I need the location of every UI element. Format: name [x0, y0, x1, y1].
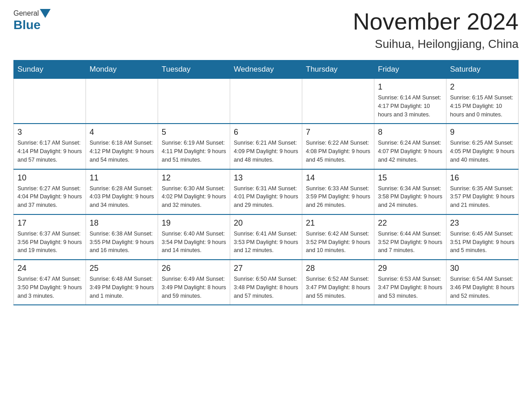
- logo-triangle-icon: [40, 9, 51, 18]
- weekday-header-thursday: Thursday: [302, 60, 374, 79]
- weekday-header-tuesday: Tuesday: [158, 60, 230, 79]
- day-number: 29: [378, 264, 442, 273]
- day-info: Sunrise: 6:17 AM Sunset: 4:14 PM Dayligh…: [17, 139, 82, 164]
- day-info: Sunrise: 6:33 AM Sunset: 3:59 PM Dayligh…: [306, 184, 370, 210]
- calendar-cell: 8Sunrise: 6:24 AM Sunset: 4:07 PM Daylig…: [374, 124, 446, 169]
- page-header: General Blue November 2024 Suihua, Heilo…: [13, 9, 519, 51]
- day-number: 27: [234, 264, 298, 273]
- week-row-4: 17Sunrise: 6:37 AM Sunset: 3:56 PM Dayli…: [14, 214, 519, 260]
- calendar-cell: 25Sunrise: 6:48 AM Sunset: 3:49 PM Dayli…: [86, 260, 158, 305]
- calendar-cell: 10Sunrise: 6:27 AM Sunset: 4:04 PM Dayli…: [14, 169, 86, 214]
- calendar-table: SundayMondayTuesdayWednesdayThursdayFrid…: [13, 60, 519, 305]
- calendar-cell: 9Sunrise: 6:25 AM Sunset: 4:05 PM Daylig…: [446, 124, 519, 169]
- calendar-cell: 2Sunrise: 6:15 AM Sunset: 4:15 PM Daylig…: [446, 79, 519, 124]
- day-number: 17: [17, 218, 82, 228]
- weekday-header-wednesday: Wednesday: [230, 60, 302, 79]
- day-info: Sunrise: 6:22 AM Sunset: 4:08 PM Dayligh…: [306, 139, 370, 164]
- calendar-cell: 17Sunrise: 6:37 AM Sunset: 3:56 PM Dayli…: [14, 214, 86, 260]
- day-info: Sunrise: 6:27 AM Sunset: 4:04 PM Dayligh…: [17, 184, 82, 210]
- day-number: 15: [378, 173, 442, 183]
- day-info: Sunrise: 6:45 AM Sunset: 3:51 PM Dayligh…: [450, 230, 515, 255]
- calendar-cell: 6Sunrise: 6:21 AM Sunset: 4:09 PM Daylig…: [230, 124, 302, 169]
- day-number: 3: [17, 128, 82, 137]
- calendar-cell: 28Sunrise: 6:52 AM Sunset: 3:47 PM Dayli…: [302, 260, 374, 305]
- day-info: Sunrise: 6:24 AM Sunset: 4:07 PM Dayligh…: [378, 139, 442, 164]
- calendar-cell: 23Sunrise: 6:45 AM Sunset: 3:51 PM Dayli…: [446, 214, 519, 260]
- weekday-header-sunday: Sunday: [14, 60, 86, 79]
- day-number: 26: [162, 264, 226, 273]
- day-number: 9: [450, 128, 515, 137]
- logo: General Blue: [13, 9, 51, 32]
- calendar-cell: [230, 79, 302, 124]
- day-number: 30: [450, 264, 515, 273]
- day-info: Sunrise: 6:19 AM Sunset: 4:11 PM Dayligh…: [162, 139, 226, 164]
- calendar-cell: 29Sunrise: 6:53 AM Sunset: 3:47 PM Dayli…: [374, 260, 446, 305]
- calendar-cell: 4Sunrise: 6:18 AM Sunset: 4:12 PM Daylig…: [86, 124, 158, 169]
- title-area: November 2024 Suihua, Heilongjiang, Chin…: [353, 9, 519, 51]
- day-info: Sunrise: 6:21 AM Sunset: 4:09 PM Dayligh…: [234, 139, 298, 164]
- calendar-cell: 14Sunrise: 6:33 AM Sunset: 3:59 PM Dayli…: [302, 169, 374, 214]
- week-row-5: 24Sunrise: 6:47 AM Sunset: 3:50 PM Dayli…: [14, 260, 519, 305]
- location-title: Suihua, Heilongjiang, China: [353, 37, 519, 51]
- week-row-1: 1Sunrise: 6:14 AM Sunset: 4:17 PM Daylig…: [14, 79, 519, 124]
- day-info: Sunrise: 6:44 AM Sunset: 3:52 PM Dayligh…: [378, 230, 442, 255]
- weekday-header-saturday: Saturday: [446, 60, 519, 79]
- calendar-cell: 27Sunrise: 6:50 AM Sunset: 3:48 PM Dayli…: [230, 260, 302, 305]
- day-info: Sunrise: 6:37 AM Sunset: 3:56 PM Dayligh…: [17, 230, 82, 255]
- calendar-cell: 26Sunrise: 6:49 AM Sunset: 3:49 PM Dayli…: [158, 260, 230, 305]
- calendar-cell: 5Sunrise: 6:19 AM Sunset: 4:11 PM Daylig…: [158, 124, 230, 169]
- day-number: 10: [17, 173, 82, 183]
- calendar-header: SundayMondayTuesdayWednesdayThursdayFrid…: [14, 60, 519, 79]
- calendar-cell: 22Sunrise: 6:44 AM Sunset: 3:52 PM Dayli…: [374, 214, 446, 260]
- day-info: Sunrise: 6:34 AM Sunset: 3:58 PM Dayligh…: [378, 184, 442, 210]
- calendar-cell: 16Sunrise: 6:35 AM Sunset: 3:57 PM Dayli…: [446, 169, 519, 214]
- day-number: 19: [162, 218, 226, 228]
- calendar-cell: 15Sunrise: 6:34 AM Sunset: 3:58 PM Dayli…: [374, 169, 446, 214]
- day-number: 28: [306, 264, 370, 273]
- weekday-header-monday: Monday: [86, 60, 158, 79]
- day-number: 5: [162, 128, 226, 137]
- day-info: Sunrise: 6:41 AM Sunset: 3:53 PM Dayligh…: [234, 230, 298, 255]
- day-number: 14: [306, 173, 370, 183]
- calendar-cell: 3Sunrise: 6:17 AM Sunset: 4:14 PM Daylig…: [14, 124, 86, 169]
- calendar-cell: 21Sunrise: 6:42 AM Sunset: 3:52 PM Dayli…: [302, 214, 374, 260]
- calendar-cell: 7Sunrise: 6:22 AM Sunset: 4:08 PM Daylig…: [302, 124, 374, 169]
- calendar-cell: [86, 79, 158, 124]
- calendar-cell: 12Sunrise: 6:30 AM Sunset: 4:02 PM Dayli…: [158, 169, 230, 214]
- day-info: Sunrise: 6:52 AM Sunset: 3:47 PM Dayligh…: [306, 275, 370, 300]
- day-number: 8: [378, 128, 442, 137]
- day-number: 22: [378, 218, 442, 228]
- day-info: Sunrise: 6:31 AM Sunset: 4:01 PM Dayligh…: [234, 184, 298, 210]
- day-number: 18: [90, 218, 154, 228]
- calendar-cell: 24Sunrise: 6:47 AM Sunset: 3:50 PM Dayli…: [14, 260, 86, 305]
- calendar-cell: [14, 79, 86, 124]
- calendar-body: 1Sunrise: 6:14 AM Sunset: 4:17 PM Daylig…: [14, 79, 519, 305]
- week-row-3: 10Sunrise: 6:27 AM Sunset: 4:04 PM Dayli…: [14, 169, 519, 214]
- day-number: 6: [234, 128, 298, 137]
- day-number: 21: [306, 218, 370, 228]
- calendar-cell: 18Sunrise: 6:38 AM Sunset: 3:55 PM Dayli…: [86, 214, 158, 260]
- day-info: Sunrise: 6:40 AM Sunset: 3:54 PM Dayligh…: [162, 230, 226, 255]
- calendar-cell: 1Sunrise: 6:14 AM Sunset: 4:17 PM Daylig…: [374, 79, 446, 124]
- day-info: Sunrise: 6:47 AM Sunset: 3:50 PM Dayligh…: [17, 275, 82, 300]
- week-row-2: 3Sunrise: 6:17 AM Sunset: 4:14 PM Daylig…: [14, 124, 519, 169]
- day-number: 25: [90, 264, 154, 273]
- weekday-header-friday: Friday: [374, 60, 446, 79]
- day-info: Sunrise: 6:35 AM Sunset: 3:57 PM Dayligh…: [450, 184, 515, 210]
- day-number: 16: [450, 173, 515, 183]
- day-number: 23: [450, 218, 515, 228]
- day-info: Sunrise: 6:54 AM Sunset: 3:46 PM Dayligh…: [450, 275, 515, 300]
- day-number: 12: [162, 173, 226, 183]
- logo-general-text: General: [13, 9, 39, 17]
- day-info: Sunrise: 6:53 AM Sunset: 3:47 PM Dayligh…: [378, 275, 442, 300]
- day-number: 24: [17, 264, 82, 273]
- logo-blue-text: Blue: [13, 18, 41, 32]
- day-info: Sunrise: 6:25 AM Sunset: 4:05 PM Dayligh…: [450, 139, 515, 164]
- day-number: 1: [378, 82, 442, 92]
- day-info: Sunrise: 6:42 AM Sunset: 3:52 PM Dayligh…: [306, 230, 370, 255]
- day-number: 2: [450, 82, 515, 92]
- day-info: Sunrise: 6:50 AM Sunset: 3:48 PM Dayligh…: [234, 275, 298, 300]
- day-number: 11: [90, 173, 154, 183]
- day-number: 4: [90, 128, 154, 137]
- day-number: 20: [234, 218, 298, 228]
